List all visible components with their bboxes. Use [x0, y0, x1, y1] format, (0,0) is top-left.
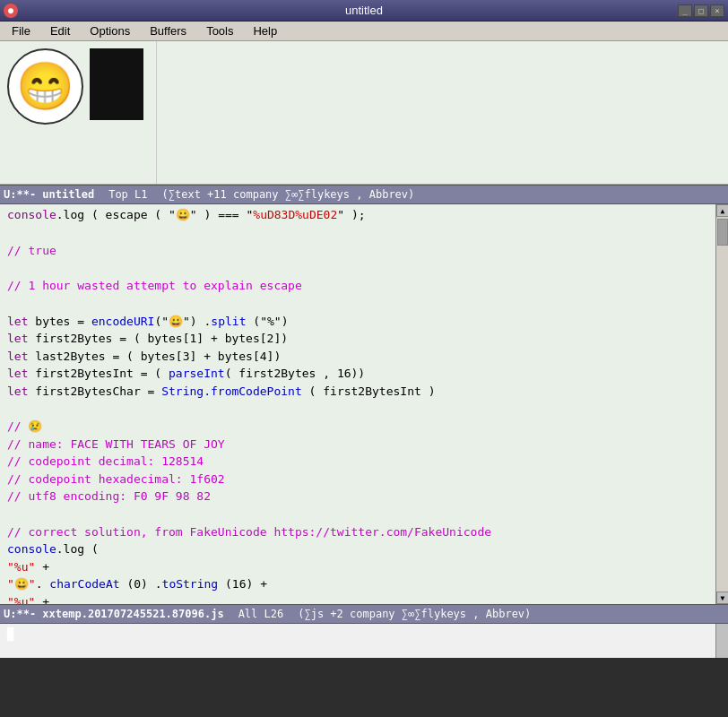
- statusbar2-right: (∑js +2 company ∑∞∑flykeys , Abbrev): [298, 608, 531, 620]
- code-line: console.log (: [7, 540, 708, 558]
- code-line-empty: [7, 400, 708, 418]
- code-line: "😀". charCodeAt (0) .toString (16) +: [7, 575, 708, 593]
- menu-file[interactable]: File: [4, 22, 39, 40]
- window-title: untitled: [0, 4, 728, 17]
- menu-help[interactable]: Help: [245, 22, 285, 40]
- window: ● untitled _ □ × File Edit Options Buffe…: [0, 0, 728, 658]
- code-line: // true: [7, 242, 708, 260]
- code-line-empty: [7, 295, 708, 313]
- second-editor[interactable]: █: [0, 624, 715, 658]
- statusbar1-middle: Top L1: [108, 188, 147, 201]
- code-line: let first2BytesInt = ( parseInt( first2B…: [7, 365, 708, 383]
- menu-options[interactable]: Options: [82, 22, 138, 40]
- statusbar2-middle: All L26: [238, 608, 284, 620]
- code-line-empty: [7, 505, 708, 523]
- statusbar1-right: (∑text +11 company ∑∞∑flykeys , Abbrev): [162, 188, 415, 201]
- titlebar-left: ●: [4, 4, 18, 18]
- code-line: console.log ( escape ( "😀" ) === "%uD83D…: [7, 206, 708, 224]
- scroll-up-arrow[interactable]: ▲: [716, 204, 728, 217]
- code-line: "%u" +: [7, 593, 708, 605]
- code-editor[interactable]: console.log ( escape ( "😀" ) === "%uD83D…: [0, 204, 715, 604]
- code-line: let bytes = encodeURI("😀") .split ("%"): [7, 313, 708, 331]
- code-line: let first2BytesChar = String.fromCodePoi…: [7, 383, 708, 401]
- emoji-face: 😁: [7, 48, 83, 125]
- code-line: // 1 hour wasted attempt to explain esca…: [7, 277, 708, 295]
- code-line: // correct solution, from FakeUnicode ht…: [7, 523, 708, 541]
- code-line: // codepoint decimal: 128514: [7, 453, 708, 471]
- menubar: File Edit Options Buffers Tools Help: [0, 22, 728, 41]
- statusbar1-left: U:**- untitled: [4, 188, 94, 201]
- minimize-button[interactable]: _: [678, 4, 692, 17]
- second-scrollbar[interactable]: [715, 624, 728, 658]
- code-line-empty: [7, 259, 708, 277]
- titlebar-controls: _ □ ×: [678, 4, 724, 17]
- app-icon: ●: [4, 4, 18, 18]
- menu-tools[interactable]: Tools: [198, 22, 241, 40]
- image-panel: 😁: [0, 41, 157, 184]
- close-button[interactable]: ×: [710, 4, 724, 17]
- menu-buffers[interactable]: Buffers: [142, 22, 195, 40]
- code-line: let last2Bytes = ( bytes[3] + bytes[4]): [7, 348, 708, 366]
- scrollbar-track[interactable]: [716, 217, 728, 592]
- black-box: [90, 48, 143, 120]
- code-line-empty: [7, 224, 708, 242]
- statusbar2-left: U:**- xxtemp.201707245521.87096.js: [4, 608, 224, 620]
- scroll-down-arrow[interactable]: ▼: [716, 592, 728, 604]
- cursor: █: [7, 627, 14, 641]
- code-line: let first2Bytes = ( bytes[1] + bytes[2]): [7, 330, 708, 348]
- code-line: // 😢: [7, 418, 708, 436]
- code-line: // utf8 encoding: F0 9F 98 82: [7, 488, 708, 505]
- maximize-button[interactable]: □: [694, 4, 708, 17]
- code-line: // name: FACE WITH TEARS OF JOY: [7, 436, 708, 454]
- code-line: // codepoint hexadecimal: 1f602: [7, 471, 708, 488]
- code-line: "%u" +: [7, 558, 708, 576]
- editor-scrollbar[interactable]: ▲ ▼: [715, 204, 728, 604]
- statusbar-1: U:**- untitled Top L1 (∑text +11 company…: [0, 185, 728, 204]
- statusbar-2: U:**- xxtemp.201707245521.87096.js All L…: [0, 604, 728, 624]
- menu-edit[interactable]: Edit: [42, 22, 78, 40]
- scrollbar-thumb[interactable]: [717, 219, 728, 246]
- titlebar: ● untitled _ □ ×: [0, 0, 728, 22]
